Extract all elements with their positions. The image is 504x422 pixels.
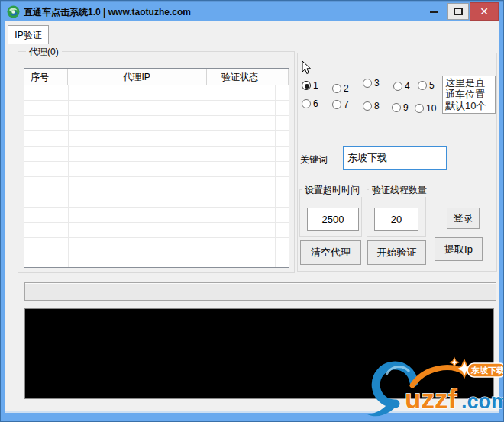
- position-radio-9[interactable]: 9: [392, 102, 409, 113]
- position-note: 这里是直通车位置默认10个: [442, 76, 496, 114]
- log-display: [24, 308, 494, 399]
- radio-label: 8: [374, 101, 380, 111]
- radio-circle-icon: [363, 79, 372, 88]
- table-gridline: [68, 85, 69, 267]
- close-icon: ✕: [480, 6, 489, 17]
- position-radio-4[interactable]: 4: [393, 81, 410, 92]
- radio-label: 4: [405, 81, 410, 92]
- radio-circle-icon: [302, 81, 311, 90]
- keyword-input[interactable]: [343, 146, 447, 170]
- proxy-table[interactable]: 序号代理IP验证状态: [24, 68, 289, 268]
- radio-circle-icon: [363, 101, 372, 111]
- app-window: 直通车点击系统1.0 | www.taotuzhe.com ✕ IP验证 代理(…: [0, 0, 504, 422]
- proxy-table-column-header[interactable]: [273, 69, 289, 85]
- timeout-label: 设置超时时间: [302, 184, 363, 197]
- radio-circle-icon: [392, 103, 401, 112]
- radio-label: 7: [344, 99, 349, 110]
- proxy-table-body[interactable]: [24, 85, 289, 267]
- radio-circle-icon: [393, 82, 402, 91]
- app-icon: [7, 5, 20, 18]
- position-radio-3[interactable]: 3: [363, 78, 380, 89]
- maximize-button[interactable]: [447, 3, 469, 20]
- position-radio-8[interactable]: 8: [363, 101, 380, 111]
- position-radio-6[interactable]: 6: [302, 98, 318, 109]
- minimize-icon: [430, 11, 438, 13]
- radio-label: 9: [403, 102, 409, 113]
- radio-label: 10: [426, 103, 436, 114]
- position-radio-10[interactable]: 10: [415, 103, 436, 114]
- proxy-group-label: 代理(0): [26, 46, 62, 59]
- position-radio-7[interactable]: 7: [332, 99, 349, 110]
- maximize-icon: [454, 8, 463, 15]
- radio-label: 2: [344, 83, 349, 94]
- window-title: 直通车点击系统1.0 | www.taotuzhe.com: [24, 6, 191, 19]
- position-radio-2[interactable]: 2: [332, 83, 349, 94]
- tab-strip: IP验证: [5, 24, 499, 43]
- start-verify-button[interactable]: 开始验证: [367, 240, 426, 265]
- radio-circle-icon: [415, 104, 424, 113]
- proxy-table-column-header[interactable]: 验证状态: [207, 69, 273, 85]
- radio-circle-icon: [302, 99, 311, 108]
- radio-label: 3: [374, 78, 380, 89]
- title-bar: 直通车点击系统1.0 | www.taotuzhe.com ✕: [1, 1, 504, 21]
- radio-circle-icon: [332, 100, 341, 109]
- login-button[interactable]: 登录: [447, 208, 480, 229]
- timeout-input[interactable]: [307, 208, 359, 231]
- position-radio-1[interactable]: 1: [302, 80, 318, 91]
- radio-label: 5: [429, 80, 435, 91]
- radio-label: 6: [313, 98, 318, 109]
- progress-bar: [24, 282, 496, 301]
- table-gridline: [208, 85, 208, 267]
- proxy-table-header: 序号代理IP验证状态: [24, 69, 289, 85]
- keyword-label: 关键词: [300, 153, 328, 166]
- tab-ip-verify[interactable]: IP验证: [8, 25, 49, 44]
- extract-ip-button[interactable]: 提取Ip: [435, 237, 483, 261]
- proxy-table-column-header[interactable]: 序号: [24, 69, 68, 85]
- position-radio-5[interactable]: 5: [418, 80, 435, 91]
- threads-input[interactable]: [374, 208, 418, 231]
- radio-label: 1: [313, 80, 318, 91]
- clear-proxy-button[interactable]: 清空代理: [300, 240, 361, 265]
- proxy-table-column-header[interactable]: 代理IP: [68, 69, 207, 85]
- table-gridline: [275, 85, 276, 267]
- minimize-button[interactable]: [424, 3, 444, 20]
- radio-circle-icon: [418, 81, 427, 90]
- window-frame-edge: [5, 411, 499, 413]
- threads-label: 验证线程数量: [369, 184, 430, 197]
- mouse-cursor-icon: [302, 60, 312, 75]
- close-button[interactable]: ✕: [470, 2, 499, 21]
- radio-circle-icon: [332, 84, 341, 93]
